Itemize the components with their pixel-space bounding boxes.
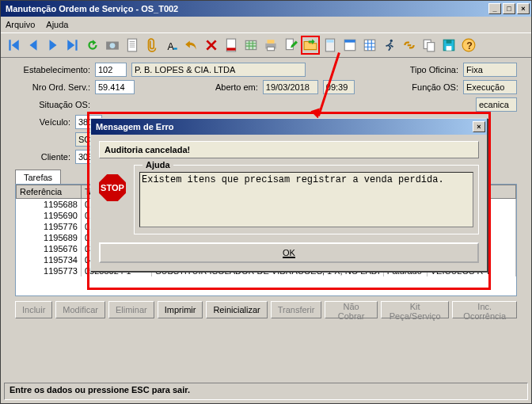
prev-icon[interactable] xyxy=(24,36,43,55)
nao-cobrar-button[interactable]: Não Cobrar xyxy=(325,301,377,318)
menubar: Arquivo Ajuda xyxy=(1,17,531,32)
func-label: Função OS: xyxy=(412,82,458,92)
copy-icon[interactable] xyxy=(420,36,439,55)
estab-label: Estabelecimento: xyxy=(15,65,90,74)
dialog-close-button[interactable]: × xyxy=(473,121,485,132)
first-icon[interactable] xyxy=(4,36,23,55)
toolbar: A ? xyxy=(1,32,531,58)
transferir-button[interactable]: Transferir xyxy=(271,301,322,318)
nro-field[interactable] xyxy=(95,80,135,94)
func-field xyxy=(463,80,517,94)
calc-icon[interactable] xyxy=(321,36,340,55)
svg-rect-18 xyxy=(428,43,435,51)
tipo-oficina-label: Tipo Oficina: xyxy=(410,65,458,74)
excel-icon[interactable] xyxy=(241,36,260,55)
svg-rect-21 xyxy=(446,40,452,44)
veic-label: Veículo: xyxy=(15,117,70,127)
svg-point-16 xyxy=(390,40,393,42)
print-icon[interactable] xyxy=(261,36,280,55)
maximize-button[interactable]: □ xyxy=(503,3,515,14)
menu-ajuda[interactable]: Ajuda xyxy=(46,20,68,29)
window-title: Manutenção Ordem de Serviço - OS_T002 xyxy=(2,4,488,13)
reinicializar-button[interactable]: Reinicializar xyxy=(206,301,267,318)
help-icon[interactable]: ? xyxy=(459,36,478,55)
cancel-icon[interactable] xyxy=(202,36,221,55)
svg-rect-6 xyxy=(245,40,256,49)
close-button[interactable]: × xyxy=(517,3,530,14)
svg-rect-14 xyxy=(344,40,355,42)
modificar-button[interactable]: Modificar xyxy=(55,301,105,318)
inc-ocorrencia-button[interactable]: Inc. Ocorrência xyxy=(452,301,517,318)
undo-icon[interactable] xyxy=(182,36,201,55)
runner-icon[interactable] xyxy=(380,36,399,55)
font-icon[interactable]: A xyxy=(162,36,181,55)
incluir-button[interactable]: Incluir xyxy=(15,301,52,318)
form-icon[interactable] xyxy=(340,36,359,55)
eliminar-button[interactable]: Eliminar xyxy=(108,301,154,318)
svg-rect-4 xyxy=(173,48,177,49)
next-icon[interactable] xyxy=(44,36,63,55)
aberto-label: Aberto em: xyxy=(215,82,258,92)
svg-text:A: A xyxy=(167,41,174,52)
svg-rect-15 xyxy=(364,40,375,51)
kit-button[interactable]: Kit Peça/Serviço xyxy=(381,301,450,318)
tab-tarefas[interactable]: Tarefas xyxy=(15,170,61,185)
help-fieldset: Ajuda xyxy=(134,165,479,234)
situacao-label: Situação OS: xyxy=(15,100,90,109)
status-bar: Entre os dados ou pressione ESC para sai… xyxy=(4,383,528,400)
estab-code[interactable] xyxy=(95,63,127,77)
menu-arquivo[interactable]: Arquivo xyxy=(6,20,35,29)
mec-field xyxy=(476,97,517,112)
disk-icon[interactable] xyxy=(439,36,458,55)
aberto-hora xyxy=(323,80,355,94)
nro-label: Nro Ord. Serv.: xyxy=(15,82,90,92)
ok-button[interactable]: OK xyxy=(99,242,479,263)
svg-point-1 xyxy=(110,43,116,48)
grid-icon[interactable] xyxy=(360,36,379,55)
svg-rect-12 xyxy=(327,40,334,42)
svg-rect-8 xyxy=(268,40,275,44)
button-row: Incluir Modificar Eliminar Imprimir Rein… xyxy=(15,301,517,318)
tipo-oficina xyxy=(463,63,517,77)
stop-icon: STOP xyxy=(99,174,126,201)
camera-icon[interactable] xyxy=(103,36,122,55)
last-icon[interactable] xyxy=(63,36,82,55)
svg-text:?: ? xyxy=(466,40,473,51)
pdf-icon[interactable] xyxy=(222,36,241,55)
aberto-data xyxy=(263,80,318,94)
cliente-label: Cliente: xyxy=(15,152,70,162)
main-titlebar: Manutenção Ordem de Serviço - OS_T002 _ … xyxy=(1,1,531,17)
imprimir-button[interactable]: Imprimir xyxy=(158,301,203,318)
help-legend: Ajuda xyxy=(142,160,173,170)
svg-rect-10 xyxy=(286,39,293,50)
minimize-button[interactable]: _ xyxy=(488,3,501,14)
svg-rect-20 xyxy=(446,46,452,51)
chain-icon[interactable] xyxy=(400,36,419,55)
dialog-title: Mensagem de Erro xyxy=(93,122,473,131)
refresh-icon[interactable] xyxy=(83,36,102,55)
edit-icon[interactable] xyxy=(281,36,300,55)
error-dialog: Mensagem de Erro × Auditoria cancelada! … xyxy=(90,118,488,272)
dialog-titlebar: Mensagem de Erro × xyxy=(91,119,487,135)
dialog-headline: Auditoria cancelada! xyxy=(99,141,479,158)
svg-rect-9 xyxy=(268,47,275,51)
estab-name xyxy=(131,63,306,77)
clip-icon[interactable] xyxy=(142,36,162,55)
sheet-icon[interactable] xyxy=(123,36,142,55)
help-text[interactable] xyxy=(139,172,473,227)
col-ref[interactable]: Referência xyxy=(17,185,82,199)
folder-open-icon[interactable] xyxy=(301,36,320,55)
